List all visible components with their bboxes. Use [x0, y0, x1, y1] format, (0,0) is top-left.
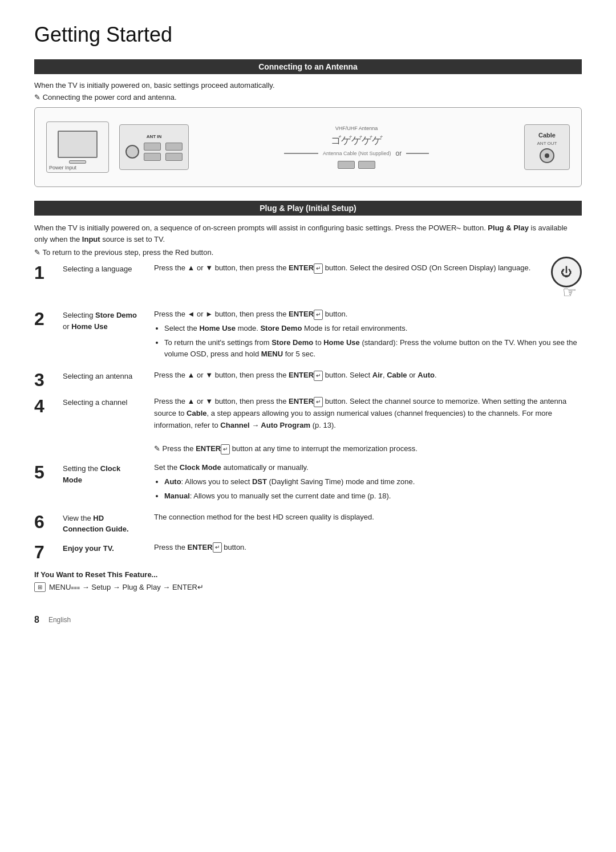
reset-command: ⊞ MENU≡≡≡ → Setup → Plug & Play → ENTER↵	[34, 582, 582, 592]
power-circle: ⏻	[551, 257, 582, 287]
steps-container: 1 Selecting a language Press the ▲ or ▼ …	[34, 262, 582, 561]
step-5-row: 5 Setting the ClockMode Set the Clock Mo…	[34, 462, 582, 504]
section2-header: Plug & Play (Initial Setup)	[34, 201, 582, 216]
cable-dot	[545, 153, 549, 158]
step-3-number: 3	[34, 370, 63, 389]
step-6-content: The connection method for the best HD sc…	[154, 512, 582, 524]
step-3-label: Selecting an antenna	[63, 370, 154, 382]
power-input-label: Power Input	[49, 165, 76, 171]
ant-out-connector	[540, 148, 554, 163]
step-2-bullet-1: Select the Home Use mode. Store Demo Mod…	[164, 323, 582, 335]
step-4-note: ✎ Press the ENTER↵ button at any time to…	[154, 444, 418, 453]
step-2-content: Press the ◄ or ► button, then press the …	[154, 309, 582, 363]
step-7-row: 7 Enjoy your TV. Press the ENTER↵ button…	[34, 542, 582, 561]
antenna-cable-label: Antenna Cable (Not Supplied)	[323, 151, 391, 156]
connector-block	[144, 143, 161, 161]
step-6-row: 6 View the HDConnection Guide. The conne…	[34, 512, 582, 535]
page-footer: 8 English	[34, 615, 582, 625]
ant-in-connector	[125, 145, 139, 159]
coax-connector-2	[358, 161, 375, 169]
power-icon: ⏻	[561, 266, 572, 279]
reset-section: If You Want to Reset This Feature... ⊞ M…	[34, 570, 582, 592]
vhf-label: VHF/UHF Antenna	[335, 125, 378, 131]
step-4-content: Press the ▲ or ▼ button, then press the …	[154, 396, 582, 455]
menu-icon: ⊞	[34, 582, 46, 592]
tv-illustration: Power Input	[46, 121, 109, 173]
page-language: English	[48, 616, 71, 624]
step-3-content: Press the ▲ or ▼ button, then press the …	[154, 370, 582, 382]
step-5-content: Set the Clock Mode automatically or manu…	[154, 462, 582, 504]
cable-box: Cable ANT OUT	[524, 124, 570, 170]
step-7-label: Enjoy your TV.	[63, 542, 154, 554]
ant-in-label: ANT IN	[147, 134, 162, 139]
step-1-label: Selecting a language	[63, 262, 154, 275]
step-1-row: 1 Selecting a language Press the ▲ or ▼ …	[34, 262, 582, 302]
antenna-diagram: Power Input ANT IN VHF/UHF Antenna ゴゲゲゲゲ	[34, 107, 582, 187]
or-label: or	[395, 149, 402, 157]
coax-connector-1	[338, 161, 355, 169]
ant-out-label: ANT OUT	[537, 141, 557, 146]
tv-screen	[58, 131, 98, 158]
cable-label: Cable	[538, 132, 556, 139]
small-connector-1	[144, 143, 161, 151]
step-6-number: 6	[34, 512, 63, 531]
step-4-row: 4 Selecting a channel Press the ▲ or ▼ b…	[34, 396, 582, 455]
section1-header: Connecting to an Antenna	[34, 59, 582, 74]
plug-play-intro: When the TV is initially powered on, a s…	[34, 222, 582, 245]
step-2-label: Selecting Store Demoor Home Use	[63, 309, 154, 332]
section1-note: Connecting the power cord and antenna.	[34, 93, 582, 102]
page-number: 8	[34, 615, 39, 625]
reset-command-text: MENU≡≡≡ → Setup → Plug & Play → ENTER↵	[49, 583, 204, 591]
step-5-number: 5	[34, 462, 63, 481]
step-2-number: 2	[34, 309, 63, 328]
plug-play-note: To return to the previous step, press th…	[34, 248, 582, 257]
plug-play-section: Plug & Play (Initial Setup) When the TV …	[34, 201, 582, 592]
small-connector-2	[144, 153, 161, 161]
back-panel: ANT IN	[119, 124, 189, 170]
page-title: Getting Started	[34, 23, 582, 47]
step-2-bullets: Select the Home Use mode. Store Demo Mod…	[164, 323, 582, 360]
section1-intro: When the TV is initially powered on, bas…	[34, 81, 582, 90]
step-6-label: View the HDConnection Guide.	[63, 512, 154, 535]
step-7-number: 7	[34, 542, 63, 561]
small-connector-4	[165, 153, 183, 161]
antenna-line-1	[284, 153, 318, 154]
step-5-bullets: Auto: Allows you to select DST (Daylight…	[164, 476, 582, 502]
step-5-label: Setting the ClockMode	[63, 462, 154, 485]
power-button-area: ⏻ ☞	[551, 257, 582, 302]
reset-title: If You Want to Reset This Feature...	[34, 570, 582, 579]
step-5-bullet-2: Manual: Allows you to manually set the c…	[164, 490, 582, 502]
antenna-line-2	[406, 153, 429, 154]
vhf-antenna-symbol: ゴゲゲゲゲ	[331, 133, 382, 147]
step-1-content: Press the ▲ or ▼ button, then press the …	[154, 262, 545, 274]
step-5-bullet-1: Auto: Allows you to select DST (Daylight…	[164, 476, 582, 488]
step-1-number: 1	[34, 262, 63, 282]
step-4-number: 4	[34, 396, 63, 415]
step-3-row: 3 Selecting an antenna Press the ▲ or ▼ …	[34, 370, 582, 389]
step-2-row: 2 Selecting Store Demoor Home Use Press …	[34, 309, 582, 363]
small-connector-3	[165, 143, 183, 151]
step-4-label: Selecting a channel	[63, 396, 154, 408]
tv-stand	[69, 160, 86, 164]
step-7-content: Press the ENTER↵ button.	[154, 542, 582, 554]
step-2-bullet-2: To return the unit's settings from Store…	[164, 337, 582, 361]
